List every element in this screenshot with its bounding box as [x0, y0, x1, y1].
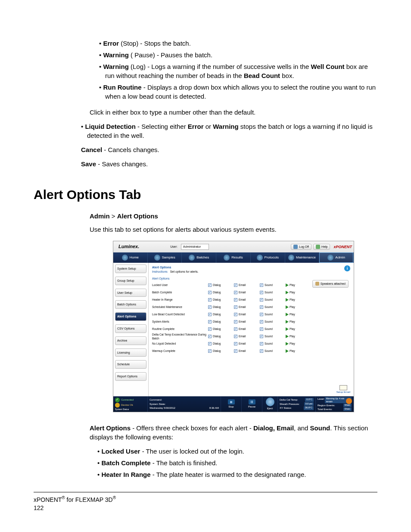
side-system-setup[interactable]: System Setup [115, 264, 146, 273]
top-bullet-list: Error (Stop) - Stops the batch. Warning … [90, 39, 377, 101]
dialog-checkbox[interactable]: Dialog [208, 283, 234, 287]
alert-row-label: Low Bead Count Detected [152, 312, 208, 316]
email-checkbox[interactable]: Email [234, 305, 260, 309]
email-checkbox[interactable]: Email [234, 342, 260, 345]
sound-checkbox[interactable]: Sound [260, 320, 286, 324]
dialog-checkbox[interactable]: Dialog [208, 342, 234, 345]
sound-checkbox[interactable]: Sound [260, 298, 286, 302]
logoff-button[interactable]: Log Off [291, 244, 311, 250]
sound-checkbox[interactable]: Sound [260, 312, 286, 316]
status-eject[interactable]: Eject [262, 396, 278, 412]
sound-checkbox[interactable]: Sound [260, 327, 286, 331]
check-icon [208, 283, 212, 287]
embedded-screenshot: Luminex. User: Administrator Log Off Hel… [90, 241, 377, 412]
nav-tab-home[interactable]: Home [113, 252, 148, 263]
samples-icon [154, 255, 160, 261]
alert-options-desc: Alert Options - Offers three check boxes… [90, 423, 377, 442]
play-button[interactable]: Play [286, 298, 303, 302]
side-alert-options[interactable]: Alert Options [115, 312, 146, 321]
check-icon [260, 320, 263, 324]
side-report-options[interactable]: Report Options [115, 372, 146, 381]
dialog-checkbox[interactable]: Dialog [208, 312, 234, 316]
speaker-icon [315, 282, 319, 286]
alert-row: Batch CompleteDialogEmailSoundPlay [152, 289, 350, 296]
side-archive[interactable]: Archive [115, 336, 146, 345]
check-icon [234, 342, 237, 345]
event-locked-user: Locked User - The user is locked out of … [97, 447, 377, 456]
email-checkbox[interactable]: Email [234, 290, 260, 294]
dialog-checkbox[interactable]: Dialog [208, 320, 234, 324]
email-checkbox[interactable]: Email [234, 320, 260, 324]
side-group-setup[interactable]: Group Setup [115, 277, 146, 285]
sound-checkbox[interactable]: Sound [260, 349, 286, 353]
dialog-checkbox[interactable]: Dialog [208, 327, 234, 331]
email-checkbox[interactable]: Email [234, 327, 260, 331]
nav-tab-protocols[interactable]: Protocols [251, 252, 285, 263]
dialog-checkbox[interactable]: Dialog [208, 290, 234, 294]
play-button[interactable]: Play [286, 320, 303, 324]
sound-checkbox[interactable]: Sound [260, 305, 286, 309]
alert-row-label: Locked User [152, 283, 208, 287]
user-name-field[interactable]: Administrator [181, 244, 209, 250]
side-schedule[interactable]: Schedule [115, 360, 146, 369]
warning-icon [346, 398, 352, 404]
email-checkbox[interactable]: Email [234, 334, 260, 338]
email-checkbox[interactable]: Email [234, 283, 260, 287]
email-checkbox[interactable]: Email [234, 298, 260, 302]
check-icon [208, 349, 212, 353]
dialog-checkbox[interactable]: Dialog [208, 334, 234, 338]
sound-checkbox[interactable]: Sound [260, 283, 286, 287]
dialog-checkbox[interactable]: Dialog [208, 298, 234, 302]
help-button[interactable]: Help [313, 244, 330, 250]
connected-icon: ✓ [115, 398, 120, 402]
nav-tab-admin[interactable]: Admin [319, 252, 354, 263]
play-button[interactable]: Play [286, 283, 303, 287]
check-icon [208, 291, 212, 294]
sound-checkbox[interactable]: Sound [260, 334, 286, 338]
status-grid1: Delta Cal Temp:0.0°C Sheath Pressure:0.0… [278, 396, 316, 412]
main-panel: Alert Options Instructions Set options f… [149, 263, 354, 396]
batches-icon [189, 255, 195, 261]
alert-row: System AlertsDialogEmailSoundPlay [152, 318, 350, 325]
dialog-checkbox[interactable]: Dialog [208, 349, 234, 353]
side-licensing[interactable]: Licensing [115, 348, 146, 357]
speakers-attached-button[interactable]: Speakers attached [312, 280, 349, 288]
email-checkbox[interactable]: Email [234, 349, 260, 353]
sound-checkbox[interactable]: Sound [260, 342, 286, 345]
section-heading-alert-options-tab: Alert Options Tab [34, 186, 377, 204]
play-button[interactable]: Play [286, 312, 303, 316]
play-icon [286, 313, 289, 316]
side-csv-options[interactable]: CSV Options [115, 324, 146, 333]
check-icon [260, 298, 263, 302]
nav-tab-results[interactable]: Results [216, 252, 251, 263]
side-user-setup[interactable]: User Setup [115, 289, 146, 297]
admin-sidebar: System Setup Group Setup User Setup Batc… [113, 263, 149, 396]
sound-checkbox[interactable]: Sound [260, 290, 286, 294]
click-either-text: Click in either box to type a number oth… [90, 108, 377, 117]
status-pause[interactable]: Pause [242, 396, 262, 412]
play-button[interactable]: Play [286, 342, 303, 345]
reg-mark: ® [62, 495, 65, 500]
play-button[interactable]: Play [286, 334, 303, 338]
status-stop[interactable]: Stop [221, 396, 242, 412]
play-button[interactable]: Play [286, 327, 303, 331]
check-icon [260, 349, 263, 353]
setup-email-button[interactable]: Setup Email [336, 385, 350, 394]
play-button[interactable]: Play [286, 305, 303, 309]
alert-row: Low Bead Count DetectedDialogEmailSoundP… [152, 311, 350, 318]
nav-tab-batches[interactable]: Batches [182, 252, 216, 263]
play-button[interactable]: Play [286, 290, 303, 294]
info-icon[interactable]: i [344, 265, 350, 271]
nav-tab-samples[interactable]: Samples [148, 252, 182, 263]
email-checkbox[interactable]: Email [234, 312, 260, 316]
alert-row-label: No Liquid Detected [152, 342, 208, 345]
liquid-detection-bullet: Liquid Detection - Selecting either Erro… [81, 122, 377, 140]
check-icon [260, 335, 263, 338]
play-button[interactable]: Play [286, 349, 303, 353]
app-top-bar: Luminex. User: Administrator Log Off Hel… [113, 241, 354, 252]
side-batch-options[interactable]: Batch Options [115, 300, 146, 309]
nav-tab-maintenance[interactable]: Maintenance [285, 252, 320, 263]
panel-header-left: Alert Options Instructions Set options f… [152, 265, 199, 274]
alert-options-table: Locked UserDialogEmailSoundPlayBatch Com… [152, 281, 350, 355]
dialog-checkbox[interactable]: Dialog [208, 305, 234, 309]
